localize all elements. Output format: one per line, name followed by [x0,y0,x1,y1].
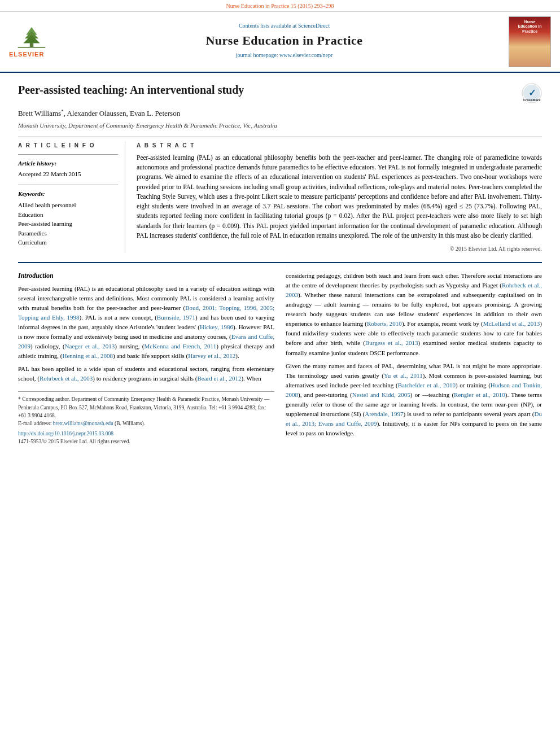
email-label: E-mail address: [18,421,51,426]
svg-text:CrossMark: CrossMark [523,98,541,102]
ref-mclelland[interactable]: McLelland et al., 2013 [483,320,540,327]
journal-title: Nurse Education in Practice [65,32,503,50]
article-title-text: Peer-assisted teaching: An interventiona… [18,82,244,98]
ref-yu[interactable]: Yu et al., 2011 [384,372,423,379]
ref-batchelder[interactable]: Batchelder et al., 2010 [398,382,456,388]
introduction-heading: Introduction [18,271,274,281]
article-content: Peer-assisted teaching: An interventiona… [0,73,560,455]
divider-keywords [18,185,118,185]
keyword-1: Allied health personnel [18,200,118,210]
svg-text:✓: ✓ [528,88,536,98]
article-info-label: A R T I C L E I N F O [18,142,118,150]
accepted-date: Accepted 22 March 2015 [18,170,118,178]
svg-marker-3 [23,35,40,43]
ref-rohrbeck[interactable]: Rohrbeck et al., 2003 [40,375,93,382]
email-suffix: (B. Williams). [115,421,145,426]
history-label: Article history: [18,159,118,168]
keyword-2: Education [18,210,118,220]
crossmark-badge: ✓ CrossMark [522,83,542,103]
ref-burgess[interactable]: Burgess et al., 2013 [365,339,418,346]
keyword-3: Peer-assisted learning [18,219,118,229]
authors-line: Brett Williams*, Alexander Olaussen, Eva… [18,108,542,119]
ref-boud-2001[interactable]: Boud, 2001; Topping, 1996, 2005; Topping… [18,304,274,321]
keywords-label: Keywords: [18,190,118,198]
keywords-list: Allied health personnel Education Peer-a… [18,200,118,247]
contents-text: Contents lists available at [239,23,296,29]
elsevier-tree-svg [9,25,54,50]
body-left-column: Introduction Peer-assisted learning (PAL… [18,271,274,445]
divider-info [18,154,118,155]
ref-du[interactable]: Du et al., 2013; Evans and Cuffe, 2009 [286,410,542,427]
main-body: Introduction Peer-assisted learning (PAL… [18,262,542,445]
keyword-4: Paramedics [18,229,118,238]
ref-nestel[interactable]: Nestel and Kidd, 2005 [352,391,410,398]
ref-harvey[interactable]: Harvey et al., 2012 [188,352,235,359]
contents-available-line: Contents lists available at ScienceDirec… [65,22,503,30]
abstract-label: A B S T R A C T [137,142,542,150]
ref-henning[interactable]: Henning et al., 2008 [63,352,113,359]
intro-para-3: considering pedagogy, children both teac… [286,271,542,357]
issn-line: 1471-5953/© 2015 Elsevier Ltd. All right… [18,438,274,445]
doi-link[interactable]: http://dx.doi.org/10.1016/j.nepr.2015.03… [18,431,113,436]
abstract-text: Peer-assisted learning (PAL) as an educa… [137,153,542,241]
svg-rect-4 [18,47,46,48]
keyword-5: Curriculum [18,238,118,247]
elsevier-logo: ELSEVIER [9,25,60,59]
elsevier-label-text: ELSEVIER [9,50,44,59]
ref-arendale[interactable]: Arendale, 1997 [365,410,403,417]
ref-rengler[interactable]: Rengler et al., 2010 [454,391,505,398]
intro-para-4: Given the many names and facets of PAL, … [286,361,542,438]
article-title-row: Peer-assisted teaching: An interventiona… [18,82,542,103]
journal-header-center: Contents lists available at ScienceDirec… [65,22,503,62]
homepage-text: journal homepage: [236,52,278,58]
homepage-line: journal homepage: www.elsevier.com/nepr [65,51,503,59]
footnote-star-text: * Corresponding author. Department of Co… [18,395,274,420]
divider-1 [18,137,542,137]
thumb-journal-title: NurseEducation inPractice [518,20,542,34]
ref-roberts[interactable]: Roberts, 2010 [367,320,402,327]
authors-text: Brett Williams*, Alexander Olaussen, Eva… [18,109,180,117]
doi-line: http://dx.doi.org/10.1016/j.nepr.2015.03… [18,430,274,438]
ref-hickey[interactable]: Hickey, 1986 [200,324,233,330]
ref-mckenna[interactable]: McKenna and French, 2011 [144,343,216,350]
sciencedirect-link[interactable]: ScienceDirect [298,23,330,29]
ref-beard[interactable]: Beard et al., 2012 [198,375,242,382]
footnotes-section: * Corresponding author. Department of Co… [18,391,274,445]
body-columns: Introduction Peer-assisted learning (PAL… [18,271,542,445]
intro-para-2: PAL has been applied to a wide span of s… [18,364,274,383]
journal-thumbnail: NurseEducation inPractice [509,16,551,67]
homepage-link[interactable]: www.elsevier.com/nepr [279,52,333,58]
copyright-text: © 2015 Elsevier Ltd. All rights reserved… [137,245,542,253]
completed-text: completed [505,184,532,190]
footnote-email: E-mail address: brett.williams@monash.ed… [18,420,274,427]
abstract-column: A B S T R A C T Peer-assisted learning (… [137,142,542,253]
journal-reference-text: Nurse Education in Practice 15 (2015) 29… [226,3,334,9]
email-address[interactable]: brett.williams@monash.edu [53,421,113,426]
ref-naeger[interactable]: Naeger et al., 2013 [65,343,115,350]
info-abstract-columns: A R T I C L E I N F O Article history: A… [18,142,542,253]
ref-rohrbeck-2003[interactable]: Rohrbeck et al., 2003 [286,282,542,298]
article-info-column: A R T I C L E I N F O Article history: A… [18,142,125,253]
ref-burnside[interactable]: Burnside, 1971 [157,314,195,321]
affiliation-text: Monash University, Department of Communi… [18,121,542,130]
journal-header: ELSEVIER Contents lists available at Sci… [0,12,560,73]
intro-para-1: Peer-assisted learning (PAL) is an educa… [18,284,274,361]
body-right-column: considering pedagogy, children both teac… [286,271,542,445]
journal-reference-bar: Nurse Education in Practice 15 (2015) 29… [0,0,560,12]
